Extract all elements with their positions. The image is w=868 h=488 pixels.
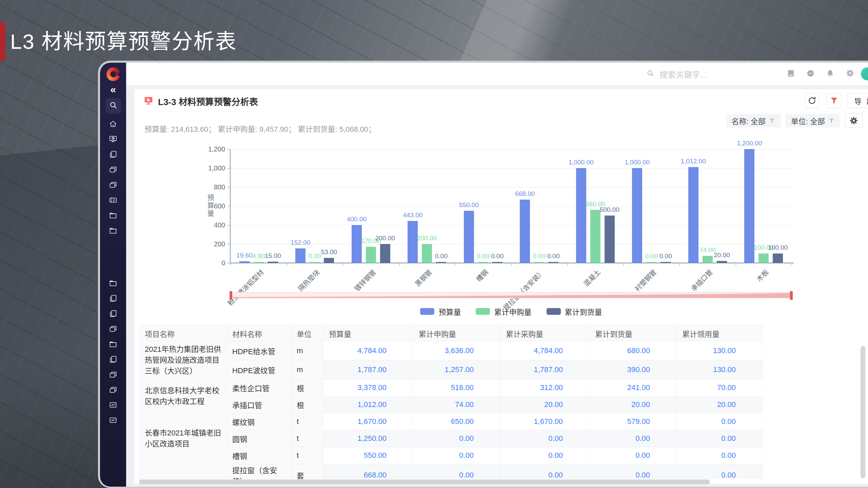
sidebar-item-copy[interactable] <box>100 291 126 307</box>
cell-value-link[interactable]: 0.00 <box>677 413 763 430</box>
cell-value-link[interactable]: 1,670.00 <box>500 413 590 430</box>
bar-累计到货量[interactable] <box>605 216 615 263</box>
sidebar-item-copy[interactable] <box>100 307 126 322</box>
cell-value-link[interactable]: 0.00 <box>677 430 763 447</box>
legend-item-累计到货量[interactable]: 累计到货量 <box>547 306 602 317</box>
name-filter-chip[interactable]: 名称: 全部 <box>726 114 781 127</box>
bar-累计申购量[interactable] <box>758 253 769 263</box>
sidebar-item-ticket[interactable]: ¥ <box>100 193 126 208</box>
sidebar-item-copy[interactable] <box>100 352 126 368</box>
sidebar-item-windows[interactable] <box>100 322 126 337</box>
bar-累计到货量[interactable] <box>773 253 783 263</box>
bar-累计到货量[interactable] <box>380 244 390 263</box>
bar-预算量[interactable] <box>295 248 305 263</box>
app-logo-icon[interactable] <box>106 67 120 81</box>
cell-value-link[interactable]: 1,257.00 <box>413 360 500 379</box>
cell-value-link[interactable]: 4,784.00 <box>500 341 590 360</box>
bar-预算量[interactable] <box>520 200 530 263</box>
cell-value-link[interactable]: 3,378.00 <box>323 379 413 396</box>
bar-预算量[interactable] <box>688 167 698 263</box>
cell-value-link[interactable]: 0.00 <box>500 430 590 447</box>
bar-累计申购量[interactable] <box>366 247 376 263</box>
cell-value-link[interactable]: 1,787.00 <box>500 360 590 379</box>
bar-预算量[interactable] <box>464 211 474 263</box>
bar-累计申购量[interactable] <box>478 262 488 263</box>
refresh-button[interactable] <box>805 93 820 108</box>
cell-value-link[interactable]: 516.00 <box>413 379 500 396</box>
datazoom-left-handle[interactable] <box>230 291 232 300</box>
sidebar-item-copy[interactable] <box>100 147 126 163</box>
bar-预算量[interactable] <box>576 168 586 263</box>
bar-累计到货量[interactable] <box>436 262 446 263</box>
sidebar-item-windows[interactable] <box>100 368 126 383</box>
sidebar-item-folder[interactable] <box>100 337 126 352</box>
cell-value-link[interactable]: 20.00 <box>590 396 677 413</box>
cell-value-link[interactable]: 0.00 <box>413 464 500 479</box>
export-button[interactable]: 导 出 <box>848 93 868 108</box>
bar-累计申购量[interactable] <box>310 262 320 263</box>
cell-value-link[interactable]: 0.00 <box>413 430 500 447</box>
sidebar-item-folder[interactable] <box>100 224 126 239</box>
cell-value-link[interactable]: 130.00 <box>677 341 763 360</box>
bar-累计申购量[interactable] <box>254 262 264 263</box>
cell-value-link[interactable]: 550.00 <box>323 447 413 464</box>
manual-icon[interactable] <box>786 69 795 79</box>
bar-累计申购量[interactable] <box>646 262 656 263</box>
cell-value-link[interactable]: 0.00 <box>413 447 500 464</box>
bar-累计到货量[interactable] <box>717 261 727 263</box>
sidebar-item-trend[interactable] <box>100 413 126 429</box>
cell-value-link[interactable]: 3,636.00 <box>413 341 500 360</box>
cell-value-link[interactable]: 70.00 <box>677 379 763 396</box>
legend-item-预算量[interactable]: 预算量 <box>420 306 461 317</box>
bar-累计申购量[interactable] <box>422 244 432 263</box>
legend-item-累计申购量[interactable]: 累计申购量 <box>476 306 531 317</box>
vertical-scrollbar[interactable] <box>861 346 865 478</box>
sidebar-item-windows[interactable] <box>100 178 126 193</box>
bar-预算量[interactable] <box>632 168 642 263</box>
bar-累计到货量[interactable] <box>548 262 558 263</box>
cell-value-link[interactable]: 0.00 <box>677 447 763 464</box>
avatar[interactable] <box>861 67 868 80</box>
sidebar-item-folder[interactable] <box>100 276 126 291</box>
bar-累计到货量[interactable] <box>268 262 278 263</box>
sidebar-item-folder[interactable] <box>100 208 126 224</box>
chart-settings-button[interactable] <box>845 114 863 128</box>
bar-预算量[interactable] <box>408 221 418 263</box>
sidebar-search-button[interactable] <box>105 98 121 114</box>
cell-value-link[interactable]: 1,012.00 <box>323 396 413 413</box>
cell-value-link[interactable]: 1,670.00 <box>323 413 413 430</box>
bar-累计申购量[interactable] <box>590 210 600 263</box>
cell-value-link[interactable]: 74.00 <box>413 396 500 413</box>
datazoom-slider[interactable] <box>231 292 792 298</box>
sidebar-item-windows[interactable] <box>100 163 126 178</box>
bar-预算量[interactable] <box>239 261 250 263</box>
cell-value-link[interactable]: 0.00 <box>590 447 677 464</box>
unit-filter-chip[interactable]: 单位: 全部 <box>786 114 840 127</box>
cell-value-link[interactable]: 0.00 <box>590 464 677 479</box>
cell-value-link[interactable]: 668.00 <box>323 464 413 479</box>
global-search-input[interactable]: 搜索关键字... <box>646 63 707 85</box>
cell-value-link[interactable]: 390.00 <box>590 360 677 379</box>
cell-value-link[interactable]: 680.00 <box>590 341 677 360</box>
bar-预算量[interactable] <box>352 225 362 263</box>
cell-value-link[interactable]: 130.00 <box>677 360 763 379</box>
collapse-sidebar-icon[interactable]: « <box>100 84 126 95</box>
sidebar-item-home[interactable] <box>100 117 126 132</box>
bar-累计到货量[interactable] <box>660 262 671 263</box>
cell-value-link[interactable]: 241.00 <box>590 379 677 396</box>
bell-icon[interactable] <box>826 69 835 79</box>
bar-累计申购量[interactable] <box>534 262 544 263</box>
bar-累计到货量[interactable] <box>492 262 502 263</box>
cell-value-link[interactable]: 0.00 <box>590 430 677 447</box>
cell-value-link[interactable]: 0.00 <box>500 447 590 464</box>
cell-value-link[interactable]: 0.00 <box>500 464 590 479</box>
bar-累计申购量[interactable] <box>703 256 713 263</box>
cell-value-link[interactable]: 0.00 <box>677 464 763 479</box>
cell-value-link[interactable]: 1,250.00 <box>323 430 413 447</box>
cell-value-link[interactable]: 4,784.00 <box>323 341 413 360</box>
cell-value-link[interactable]: 20.00 <box>500 396 590 413</box>
sidebar-item-windows[interactable] <box>100 383 126 398</box>
bar-累计到货量[interactable] <box>324 258 334 263</box>
bar-预算量[interactable] <box>744 149 754 263</box>
cell-value-link[interactable]: 579.00 <box>590 413 677 430</box>
